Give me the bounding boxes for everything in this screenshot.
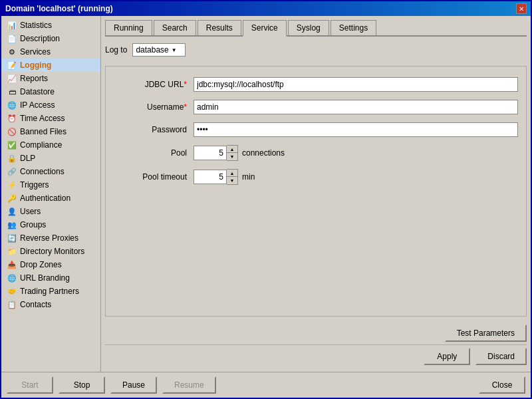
dlp-icon bbox=[7, 153, 17, 164]
users-icon bbox=[7, 206, 17, 217]
close-window-button[interactable]: ✕ bbox=[516, 3, 527, 14]
urlbranding-icon bbox=[7, 273, 17, 283]
auth-icon bbox=[7, 193, 17, 203]
sidebar-item-statistics[interactable]: Statistics bbox=[1, 19, 100, 32]
sidebar-item-directorymonitors[interactable]: Directory Monitors bbox=[1, 245, 100, 258]
sidebar-item-contacts[interactable]: Contacts bbox=[1, 298, 100, 311]
sidebar-label-users: Users bbox=[20, 207, 41, 216]
sidebar-item-connections[interactable]: Connections bbox=[1, 165, 100, 178]
bottom-left-buttons: Start Stop Pause Resume bbox=[7, 376, 216, 394]
sidebar-item-description[interactable]: Description bbox=[1, 32, 100, 45]
username-row: Username* bbox=[114, 100, 518, 114]
sidebar-label-description: Description bbox=[20, 34, 60, 43]
test-parameters-row: Test Parameters bbox=[105, 322, 527, 344]
desc-icon bbox=[7, 33, 17, 44]
timeaccess-icon bbox=[7, 113, 17, 124]
sidebar-label-statistics: Statistics bbox=[20, 21, 52, 30]
tab-syslog[interactable]: Syslog bbox=[288, 20, 329, 35]
password-input[interactable] bbox=[194, 122, 518, 137]
sidebar-item-urlbranding[interactable]: URL Branding bbox=[1, 271, 100, 285]
tab-results[interactable]: Results bbox=[198, 20, 241, 35]
sidebar-label-tradingpartners: Trading Partners bbox=[20, 287, 79, 296]
log-to-dropdown[interactable]: database ▼ bbox=[132, 43, 186, 57]
reports-icon bbox=[7, 73, 17, 84]
password-row: Password bbox=[114, 122, 518, 137]
action-buttons-row: Apply Discard bbox=[105, 344, 527, 368]
sidebar-item-triggers[interactable]: Triggers bbox=[1, 178, 100, 192]
groups-icon bbox=[7, 219, 17, 230]
stop-button[interactable]: Stop bbox=[59, 376, 105, 394]
sidebar-label-connections: Connections bbox=[20, 167, 65, 176]
discard-button[interactable]: Discard bbox=[475, 348, 527, 365]
pool-timeout-spinner-buttons: ▲ ▼ bbox=[227, 169, 238, 185]
sidebar-item-timeaccess[interactable]: Time Access bbox=[1, 112, 100, 125]
log-to-label: Log to bbox=[105, 45, 127, 55]
pool-timeout-unit: min bbox=[242, 172, 255, 182]
jdbc-url-input[interactable] bbox=[194, 77, 518, 92]
pool-decrement-button[interactable]: ▼ bbox=[227, 153, 237, 160]
sidebar-item-users[interactable]: Users bbox=[1, 205, 100, 218]
sidebar-label-bannedfiles: Banned Files bbox=[20, 127, 66, 136]
pool-increment-button[interactable]: ▲ bbox=[227, 146, 237, 153]
username-input[interactable] bbox=[194, 100, 518, 114]
pool-row: Pool ▲ ▼ connections bbox=[114, 145, 518, 161]
pool-spinner: ▲ ▼ connections bbox=[194, 145, 285, 161]
pool-label: Pool bbox=[114, 148, 187, 158]
datastore-icon bbox=[7, 86, 17, 97]
sidebar-item-reverseproxies[interactable]: Reverse Proxies bbox=[1, 231, 100, 245]
sidebar-label-groups: Groups bbox=[20, 220, 46, 229]
dropdown-arrow-icon: ▼ bbox=[172, 47, 177, 53]
pool-timeout-input[interactable] bbox=[194, 170, 227, 184]
trading-icon bbox=[7, 286, 17, 297]
sidebar-item-dropzones[interactable]: Drop Zones bbox=[1, 258, 100, 271]
sidebar-item-reports[interactable]: Reports bbox=[1, 72, 100, 85]
sidebar-label-reports: Reports bbox=[20, 74, 48, 83]
main-content: StatisticsDescriptionServicesLoggingRepo… bbox=[1, 16, 531, 372]
sidebar-item-services[interactable]: Services bbox=[1, 45, 100, 59]
pool-timeout-spinner: ▲ ▼ min bbox=[194, 169, 255, 185]
close-button[interactable]: Close bbox=[479, 376, 525, 394]
compliance-icon bbox=[7, 140, 17, 150]
sidebar-label-ipaccess: IP Access bbox=[20, 100, 55, 110]
sidebar-item-ipaccess[interactable]: IP Access bbox=[1, 98, 100, 112]
start-button[interactable]: Start bbox=[7, 376, 53, 394]
pause-button[interactable]: Pause bbox=[110, 376, 157, 394]
service-panel: Log to database ▼ JDBC URL* bbox=[105, 41, 527, 368]
sidebar-label-reverseproxies: Reverse Proxies bbox=[20, 233, 78, 243]
sidebar-item-authentication[interactable]: Authentication bbox=[1, 192, 100, 205]
pool-spinner-buttons: ▲ ▼ bbox=[227, 145, 238, 161]
bottom-bar: Start Stop Pause Resume Close bbox=[1, 372, 531, 398]
sidebar-item-groups[interactable]: Groups bbox=[1, 218, 100, 231]
sidebar-label-triggers: Triggers bbox=[20, 180, 49, 190]
logging-icon bbox=[7, 60, 17, 70]
apply-button[interactable]: Apply bbox=[424, 348, 470, 365]
jdbc-url-label: JDBC URL* bbox=[114, 80, 187, 89]
sidebar-item-dlp[interactable]: DLP bbox=[1, 152, 100, 165]
tab-running[interactable]: Running bbox=[105, 20, 152, 35]
pool-timeout-increment-button[interactable]: ▲ bbox=[227, 170, 237, 177]
sidebar-item-tradingpartners[interactable]: Trading Partners bbox=[1, 285, 100, 298]
dirmon-icon bbox=[7, 246, 17, 257]
tab-search[interactable]: Search bbox=[154, 20, 196, 35]
window-title: Domain 'localhost' (running) bbox=[5, 4, 113, 13]
sidebar-item-bannedfiles[interactable]: Banned Files bbox=[1, 125, 100, 138]
content-area: RunningSearchResultsServiceSyslogSetting… bbox=[101, 16, 531, 372]
sidebar-label-directorymonitors: Directory Monitors bbox=[20, 247, 84, 256]
pool-input[interactable] bbox=[194, 146, 227, 160]
tab-service[interactable]: Service bbox=[243, 20, 287, 37]
sidebar-item-datastore[interactable]: Datastore bbox=[1, 85, 100, 98]
sidebar-item-compliance[interactable]: Compliance bbox=[1, 138, 100, 152]
test-parameters-button[interactable]: Test Parameters bbox=[445, 325, 527, 342]
form-box: JDBC URL* Username* Password bbox=[105, 66, 527, 317]
stats-icon bbox=[7, 20, 17, 31]
dropzones-icon bbox=[7, 259, 17, 270]
log-to-value: database bbox=[136, 45, 168, 55]
tab-settings[interactable]: Settings bbox=[331, 20, 376, 35]
resume-button[interactable]: Resume bbox=[162, 376, 216, 394]
log-to-row: Log to database ▼ bbox=[105, 41, 527, 59]
sidebar-label-timeaccess: Time Access bbox=[20, 114, 65, 123]
sidebar-item-logging[interactable]: Logging bbox=[1, 59, 100, 72]
pool-timeout-decrement-button[interactable]: ▼ bbox=[227, 177, 237, 184]
contacts-icon bbox=[7, 299, 17, 310]
tabs-bar: RunningSearchResultsServiceSyslogSetting… bbox=[105, 20, 527, 37]
